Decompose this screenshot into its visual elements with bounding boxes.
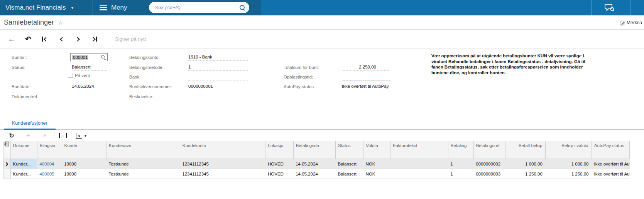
col-kundenavn[interactable]: Kundenavn — [106, 141, 180, 159]
menu-label: Meny — [111, 4, 127, 12]
cell-autopay-status[interactable]: Ikke overført til AutoPay — [592, 169, 629, 179]
buntdato-value[interactable]: 14.05.2024 — [72, 83, 107, 90]
col-betalingsdato[interactable]: Betalingsda — [293, 141, 335, 159]
beskrivelse-label: Beskrivelse: — [129, 93, 153, 100]
first-record-icon — [42, 37, 43, 42]
previous-record-button[interactable] — [56, 34, 66, 44]
tab-kunderefusjoner[interactable]: Kunderefusjoner — [4, 118, 56, 130]
cell-betalingsmetode[interactable]: 1 — [448, 169, 473, 179]
col-bilagsnr[interactable]: Bilagsnr — [37, 141, 62, 159]
cell-betalt-belop[interactable]: 1 250,00 — [505, 169, 546, 179]
search-input[interactable] — [155, 5, 239, 10]
cell-status[interactable]: Balansert — [335, 159, 363, 169]
beskrivelse-value[interactable] — [188, 93, 391, 100]
hamburger-icon — [100, 5, 107, 10]
col-betalt-belop[interactable]: Betalt beløp — [505, 141, 546, 159]
pa-vent-checkbox[interactable] — [68, 73, 73, 78]
cell-valuta[interactable]: NOK — [363, 169, 390, 179]
cell-betalingsref[interactable]: 0000000003 — [473, 169, 505, 179]
undo-button[interactable]: ↶ — [23, 34, 33, 44]
betalingskonto-value: 1910 - Bank — [188, 54, 248, 61]
batch-number-value: 000001 — [72, 55, 88, 60]
col-autopay-status[interactable]: AutoPay status — [592, 141, 629, 159]
col-dokumenttype[interactable]: Dokume — [10, 141, 37, 159]
col-belop-i-valuta[interactable]: Beløp i valuta — [546, 141, 592, 159]
col-valuta[interactable]: Valuta — [363, 141, 390, 159]
search-icon[interactable] — [239, 5, 245, 11]
cell-dokumenttype[interactable]: Kunder... — [10, 159, 37, 169]
cell-fakturatekst[interactable] — [390, 159, 448, 169]
autopay-status-value: Ikke overført til AutoPay — [342, 83, 391, 90]
back-button[interactable]: ← — [7, 34, 17, 44]
autopay-status-label: AutoPay-status: — [284, 83, 315, 90]
notes-link[interactable]: Merkna — [620, 15, 644, 30]
row-settings-header[interactable] — [3, 141, 11, 159]
cell-valuta[interactable]: NOK — [363, 159, 390, 169]
bilagsnr-link[interactable]: 400005 — [39, 172, 54, 176]
fit-width-button[interactable]: ↔ — [58, 131, 68, 140]
topbar-divider — [591, 0, 592, 15]
cell-kundekonto[interactable]: 12341112345 — [180, 159, 265, 169]
add-row-button: + — [24, 131, 33, 140]
cell-kunde[interactable]: 10000 — [62, 159, 106, 169]
cell-fakturatekst[interactable] — [390, 169, 448, 179]
col-kundekonto[interactable]: Kundekonto — [180, 141, 265, 159]
page-title: Samlebetalinger — [4, 15, 54, 30]
product-selector[interactable]: Visma.net Financials ▾ — [5, 0, 74, 15]
cell-lokasjon[interactable]: HOVED — [265, 159, 293, 169]
menu-button[interactable]: Meny — [100, 0, 127, 15]
cell-belop-i-valuta[interactable]: 1 250,00 — [546, 169, 592, 179]
export-to-excel-button[interactable]: x ▾ — [76, 133, 86, 139]
col-lokasjon[interactable]: Lokasjo — [265, 141, 293, 159]
sign-again-button: Signer på nytt — [115, 36, 146, 42]
col-fakturatekst[interactable]: Fakturatekst — [390, 141, 448, 159]
cell-betalingsref[interactable]: 0000000002 — [473, 159, 505, 169]
col-betalingsref[interactable]: Betalingsref. — [473, 141, 505, 159]
cell-lokasjon[interactable]: HOVED — [265, 169, 293, 179]
batch-number-input[interactable]: 000001 — [70, 53, 108, 61]
cell-bilagsnr: 400004 — [37, 159, 62, 169]
totalsum-value: 2 250,00 — [342, 64, 391, 71]
next-record-button[interactable] — [73, 34, 83, 44]
buntsekvensnummer-value[interactable]: 0000000001 — [188, 83, 248, 90]
table-row[interactable]: Kunder... 400004 10000 Testkunde 1234111… — [3, 159, 630, 169]
collaboration-chat-button[interactable] — [597, 2, 622, 14]
chat-bubbles-icon — [605, 3, 615, 12]
cell-betalingsdato[interactable]: 14.05.2024 — [293, 169, 335, 179]
cell-status[interactable]: Balansert — [335, 169, 363, 179]
betalingsmetode-value: 1 — [188, 64, 248, 71]
bilagsnr-link[interactable]: 400004 — [39, 162, 54, 166]
col-status[interactable]: Status — [335, 141, 363, 159]
note-edit-icon — [620, 20, 625, 25]
cell-betalt-belop[interactable]: 1 000,00 — [505, 159, 546, 169]
cell-betalingsmetode[interactable]: 1 — [448, 159, 473, 169]
refresh-button[interactable]: ↻ — [7, 131, 16, 140]
row-selector[interactable] — [3, 169, 11, 179]
lookup-magnifier-icon[interactable] — [101, 55, 106, 60]
excel-export-icon: x — [76, 133, 82, 139]
favorite-star-icon[interactable]: ☆ — [58, 15, 63, 30]
cell-dokumenttype[interactable]: Kunder... — [10, 169, 37, 179]
caret-down-icon: ▾ — [85, 134, 86, 138]
table-row[interactable]: Kunder... 400005 10000 Testkunde 1234111… — [3, 169, 630, 179]
cell-autopay-status[interactable]: Ikke overført til AutoPay — [592, 159, 629, 169]
dokumentref-value[interactable] — [72, 93, 107, 100]
cell-belop-i-valuta[interactable]: 1 000,00 — [546, 159, 592, 169]
col-betalingsmetode[interactable]: Betaling — [448, 141, 473, 159]
buntsekvensnummer-label: Buntsekvensnummer: — [129, 83, 172, 90]
cell-kundenavn[interactable]: Testkunde — [106, 169, 180, 179]
delete-row-button: × — [40, 131, 49, 140]
totalsum-label: Totalsum for bunt: — [284, 64, 319, 71]
first-record-button[interactable] — [40, 34, 50, 44]
cell-kundekonto[interactable]: 12341112345 — [180, 169, 265, 179]
buntdato-label: Buntdato: — [12, 83, 30, 90]
last-record-button[interactable] — [90, 34, 100, 44]
topbar-divider — [261, 0, 261, 15]
cell-kunde[interactable]: 10000 — [62, 169, 106, 179]
cell-kundenavn[interactable]: Testkunde — [106, 159, 180, 169]
cell-betalingsdato[interactable]: 14.05.2024 — [293, 159, 335, 169]
row-selector[interactable] — [3, 159, 11, 169]
undo-arrow-icon: ↶ — [25, 35, 31, 43]
fit-width-icon: ↔ — [61, 133, 66, 138]
col-kunde[interactable]: Kunde — [62, 141, 106, 159]
